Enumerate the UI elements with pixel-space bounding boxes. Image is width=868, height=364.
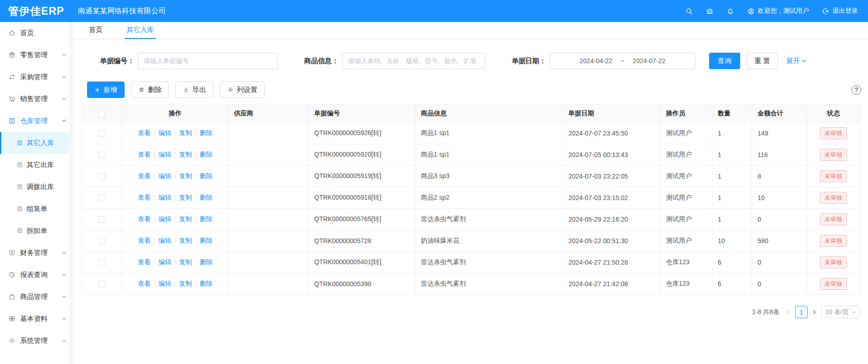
row-checkbox[interactable] xyxy=(98,130,105,137)
status-badge: 未审核 xyxy=(820,256,847,268)
chevron-down-icon xyxy=(62,339,66,342)
status-badge: 未审核 xyxy=(820,278,847,290)
cell-qty: 1 xyxy=(712,209,752,230)
welcome-user[interactable]: 欢迎您，测试用户 xyxy=(747,7,809,15)
edit-link[interactable]: 编辑 xyxy=(158,129,171,137)
prev-page-icon[interactable] xyxy=(786,310,791,315)
edit-link[interactable]: 编辑 xyxy=(158,194,171,202)
bell-icon[interactable] xyxy=(726,7,734,15)
table-row: 查看 编辑 复制 删除 QTRK00000005728 奶油味爆米花 2024-… xyxy=(82,230,860,252)
app-logo: 管伊佳ERP xyxy=(0,4,72,18)
add-button[interactable]: 新增 xyxy=(87,81,125,98)
sidebar-item-system[interactable]: 系统管理 xyxy=(0,330,72,352)
separator xyxy=(154,130,155,136)
sidebar-subitem-other-outbound[interactable]: 其它出库 xyxy=(0,154,72,176)
view-link[interactable]: 查看 xyxy=(138,215,151,223)
row-checkbox[interactable] xyxy=(98,281,105,288)
edit-link[interactable]: 编辑 xyxy=(158,172,171,180)
sidebar-item-home[interactable]: 首页 xyxy=(0,22,72,44)
sidebar-item-purchase[interactable]: 采购管理 xyxy=(0,66,72,88)
help-icon[interactable]: ? xyxy=(852,85,861,95)
row-checkbox[interactable] xyxy=(98,152,105,158)
date-to[interactable]: 2024-07-22 xyxy=(633,57,666,65)
row-checkbox[interactable] xyxy=(98,195,105,201)
doc-no-input[interactable] xyxy=(138,53,278,69)
page-size-select[interactable]: 10 条/页 xyxy=(821,306,860,318)
tab-home[interactable]: 首页 xyxy=(87,22,104,39)
delete-link[interactable]: 删除 xyxy=(200,280,213,288)
table-row: 查看 编辑 复制 删除 QTRK00000005765[转] 雷达杀虫气雾剂 2… xyxy=(82,209,860,230)
view-link[interactable]: 查看 xyxy=(138,194,151,202)
view-link[interactable]: 查看 xyxy=(138,258,151,266)
view-link[interactable]: 查看 xyxy=(138,129,151,137)
page-number-button[interactable]: 1 xyxy=(795,306,808,318)
cell-qty: 6 xyxy=(712,252,752,273)
row-checkbox[interactable] xyxy=(98,173,105,180)
edit-link[interactable]: 编辑 xyxy=(158,215,171,223)
cell-date: 2024-04-27 21:50:28 xyxy=(563,252,661,273)
edit-link[interactable]: 编辑 xyxy=(158,280,171,288)
reset-button[interactable]: 重 置 xyxy=(747,53,778,69)
date-from[interactable]: 2024-04-22 xyxy=(579,57,612,65)
cell-doc-no: QTRK00000005398 xyxy=(309,273,415,295)
col-action: 操作 xyxy=(122,104,229,123)
select-all-checkbox[interactable] xyxy=(98,110,105,117)
sidebar-subitem-disassembly[interactable]: 拆卸单 xyxy=(0,220,72,242)
sidebar-item-reports[interactable]: 报表查询 xyxy=(0,264,72,286)
sidebar-subitem-label: 组装单 xyxy=(27,205,47,213)
copy-link[interactable]: 复制 xyxy=(179,237,192,245)
tab-bar: 首页 其它入库 xyxy=(72,22,868,39)
copy-link[interactable]: 复制 xyxy=(179,280,192,288)
expand-link[interactable]: 展开 xyxy=(786,57,807,65)
column-settings-button[interactable]: 列设置 xyxy=(220,81,265,98)
delete-link[interactable]: 删除 xyxy=(200,172,213,180)
sidebar-item-basic-data[interactable]: 基本资料 xyxy=(0,308,72,330)
sidebar-item-retail[interactable]: 零售管理 xyxy=(0,44,72,66)
delete-link[interactable]: 删除 xyxy=(200,237,213,245)
sidebar-subitem-transfer-outbound[interactable]: 调拨出库 xyxy=(0,176,72,198)
add-label: 新增 xyxy=(104,86,117,94)
delete-link[interactable]: 删除 xyxy=(200,194,213,202)
bag-icon xyxy=(8,293,16,300)
sidebar-item-products[interactable]: 商品管理 xyxy=(0,286,72,308)
sidebar-item-finance[interactable]: 财务管理 xyxy=(0,242,72,264)
col-supplier: 供应商 xyxy=(229,104,309,123)
view-link[interactable]: 查看 xyxy=(138,151,151,159)
edit-link[interactable]: 编辑 xyxy=(158,151,171,159)
search-button[interactable]: 查询 xyxy=(709,53,740,69)
row-checkbox[interactable] xyxy=(98,238,105,244)
sidebar-item-sales[interactable]: 销售管理 xyxy=(0,88,72,110)
view-link[interactable]: 查看 xyxy=(138,172,151,180)
delete-button[interactable]: 删除 xyxy=(131,81,169,98)
product-info-input[interactable] xyxy=(342,53,485,69)
view-link[interactable]: 查看 xyxy=(138,280,151,288)
sidebar-subitem-assembly[interactable]: 组装单 xyxy=(0,198,72,220)
edit-link[interactable]: 编辑 xyxy=(158,258,171,266)
copy-link[interactable]: 复制 xyxy=(179,194,192,202)
date-range-picker[interactable]: 2024-04-22 ~ 2024-07-22 xyxy=(550,53,695,69)
view-link[interactable]: 查看 xyxy=(138,237,151,245)
copy-link[interactable]: 复制 xyxy=(179,258,192,266)
row-checkbox[interactable] xyxy=(98,216,105,223)
edit-link[interactable]: 编辑 xyxy=(158,237,171,245)
delete-link[interactable]: 删除 xyxy=(200,258,213,266)
main-area: 首页 零售管理 采购管理 销售管理 仓库管理 xyxy=(0,22,868,364)
delete-link[interactable]: 删除 xyxy=(200,215,213,223)
row-checkbox[interactable] xyxy=(98,259,105,266)
copy-link[interactable]: 复制 xyxy=(179,151,192,159)
bank-icon[interactable] xyxy=(706,7,714,15)
delete-link[interactable]: 删除 xyxy=(200,151,213,159)
sidebar-subitem-label: 其它出库 xyxy=(27,161,54,169)
copy-link[interactable]: 复制 xyxy=(179,215,192,223)
logout-button[interactable]: 退出登录 xyxy=(822,7,858,15)
copy-link[interactable]: 复制 xyxy=(179,129,192,137)
cell-product: 商品3 sp3 xyxy=(415,166,563,187)
sidebar-item-warehouse[interactable]: 仓库管理 xyxy=(0,110,72,132)
delete-link[interactable]: 删除 xyxy=(200,129,213,137)
next-page-icon[interactable] xyxy=(812,310,817,315)
tab-other-inbound[interactable]: 其它入库 xyxy=(125,22,156,39)
export-button[interactable]: 导出 xyxy=(175,81,213,98)
search-icon[interactable] xyxy=(685,7,693,15)
copy-link[interactable]: 复制 xyxy=(179,172,192,180)
sidebar-subitem-other-inbound[interactable]: 其它入库 xyxy=(0,132,72,154)
